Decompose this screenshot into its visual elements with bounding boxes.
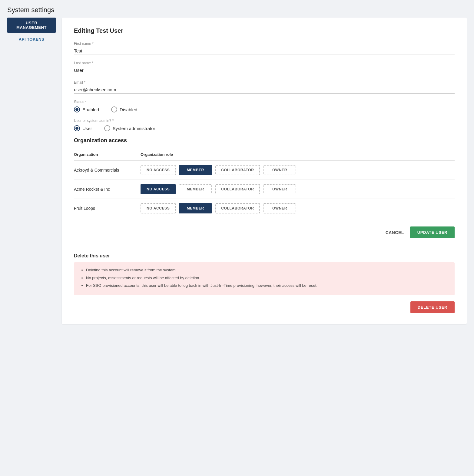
status-label: Status * bbox=[74, 100, 455, 104]
main-content: Editing Test User First name * Last name… bbox=[62, 18, 467, 324]
role-btn-collaborator[interactable]: COLLABORATOR bbox=[215, 184, 260, 194]
role-btn-collaborator[interactable]: COLLABORATOR bbox=[215, 165, 260, 175]
last-name-group: Last name * bbox=[74, 61, 455, 74]
org-name: Fruit Loops bbox=[74, 199, 141, 218]
status-enabled-label: Enabled bbox=[82, 107, 99, 112]
role-btn-member[interactable]: MEMBER bbox=[179, 165, 212, 175]
delete-section-title: Delete this user bbox=[74, 253, 455, 259]
admin-user-label: User bbox=[82, 126, 92, 131]
role-btn-collaborator[interactable]: COLLABORATOR bbox=[215, 203, 260, 213]
role-btn-owner[interactable]: OWNER bbox=[263, 165, 296, 175]
col-role: Organization role bbox=[141, 150, 455, 161]
delete-section: Delete this user Deleting this account w… bbox=[74, 253, 455, 313]
table-row: Ackroyd & CommercialsNO ACCESSMEMBERCOLL… bbox=[74, 161, 455, 180]
org-access-section: Organization access Organization Organiz… bbox=[74, 137, 455, 218]
form-section-title: Editing Test User bbox=[74, 27, 455, 34]
status-disabled-radio[interactable] bbox=[111, 106, 117, 112]
first-name-input[interactable] bbox=[74, 47, 455, 55]
sidebar: USER MANAGEMENT API TOKENS bbox=[7, 18, 56, 324]
warning-item: Deleting this account will remove it fro… bbox=[86, 267, 449, 273]
admin-user-radio[interactable] bbox=[74, 125, 80, 131]
divider bbox=[74, 247, 455, 247]
admin-sysadmin-option[interactable]: System administrator bbox=[104, 125, 155, 131]
status-disabled-label: Disabled bbox=[120, 107, 137, 112]
warning-item: For SSO provisioned accounts, this user … bbox=[86, 283, 449, 289]
role-btn-owner[interactable]: OWNER bbox=[263, 203, 296, 213]
table-row: Acme Rocket & IncNO ACCESSMEMBERCOLLABOR… bbox=[74, 180, 455, 199]
cancel-button[interactable]: CANCEL bbox=[386, 230, 404, 235]
org-roles: NO ACCESSMEMBERCOLLABORATOROWNER bbox=[141, 199, 455, 218]
org-roles: NO ACCESSMEMBERCOLLABORATOROWNER bbox=[141, 180, 455, 199]
admin-sysadmin-radio[interactable] bbox=[104, 125, 110, 131]
org-access-title: Organization access bbox=[74, 137, 455, 144]
email-input[interactable] bbox=[74, 86, 455, 94]
role-btn-no-access[interactable]: NO ACCESS bbox=[141, 203, 176, 213]
status-enabled-radio[interactable] bbox=[74, 106, 80, 112]
first-name-group: First name * bbox=[74, 42, 455, 55]
status-group: Status * Enabled Disabled bbox=[74, 100, 455, 112]
org-roles: NO ACCESSMEMBERCOLLABORATOROWNER bbox=[141, 161, 455, 180]
first-name-label: First name * bbox=[74, 42, 455, 46]
status-enabled-option[interactable]: Enabled bbox=[74, 106, 99, 112]
role-btn-owner[interactable]: OWNER bbox=[263, 184, 296, 194]
admin-user-option[interactable]: User bbox=[74, 125, 92, 131]
email-group: Email * bbox=[74, 80, 455, 94]
form-actions: CANCEL UPDATE USER bbox=[74, 226, 455, 238]
role-btn-member[interactable]: MEMBER bbox=[179, 184, 212, 194]
last-name-input[interactable] bbox=[74, 66, 455, 74]
org-name: Ackroyd & Commercials bbox=[74, 161, 141, 180]
warning-item: No projects, assessments or requests wil… bbox=[86, 275, 449, 281]
delete-warnings: Deleting this account will remove it fro… bbox=[80, 267, 449, 289]
status-disabled-option[interactable]: Disabled bbox=[111, 106, 137, 112]
update-user-button[interactable]: UPDATE USER bbox=[410, 226, 455, 238]
sidebar-item-user-management[interactable]: USER MANAGEMENT bbox=[7, 18, 56, 33]
page-title: System settings bbox=[0, 0, 474, 18]
admin-label: User or system admin? * bbox=[74, 119, 455, 123]
org-table: Organization Organization role Ackroyd &… bbox=[74, 150, 455, 218]
delete-user-button[interactable]: DELETE USER bbox=[410, 301, 455, 313]
org-name: Acme Rocket & Inc bbox=[74, 180, 141, 199]
email-label: Email * bbox=[74, 80, 455, 85]
last-name-label: Last name * bbox=[74, 61, 455, 65]
delete-warning-box: Deleting this account will remove it fro… bbox=[74, 262, 455, 295]
admin-group: User or system admin? * User System admi… bbox=[74, 119, 455, 131]
role-btn-member[interactable]: MEMBER bbox=[179, 203, 212, 213]
table-row: Fruit LoopsNO ACCESSMEMBERCOLLABORATOROW… bbox=[74, 199, 455, 218]
admin-sysadmin-label: System administrator bbox=[113, 126, 155, 131]
role-btn-no-access[interactable]: NO ACCESS bbox=[141, 165, 176, 175]
col-organization: Organization bbox=[74, 150, 141, 161]
delete-actions: DELETE USER bbox=[74, 301, 455, 313]
sidebar-item-api-tokens[interactable]: API TOKENS bbox=[7, 34, 56, 45]
role-btn-no-access[interactable]: NO ACCESS bbox=[141, 184, 176, 194]
